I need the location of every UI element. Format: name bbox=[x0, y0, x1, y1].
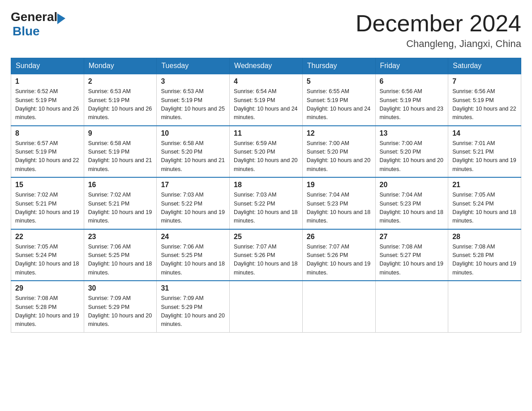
weekday-header-sunday: Sunday bbox=[11, 58, 84, 74]
day-number: 11 bbox=[234, 129, 298, 137]
day-info: Sunrise: 7:09 AMSunset: 5:29 PMDaylight:… bbox=[88, 294, 153, 329]
location-text: Changleng, Jiangxi, China bbox=[356, 38, 521, 50]
logo-general-text: General bbox=[11, 11, 57, 23]
day-info: Sunrise: 6:54 AMSunset: 5:19 PMDaylight:… bbox=[234, 87, 298, 122]
day-info: Sunrise: 7:00 AMSunset: 5:20 PMDaylight:… bbox=[380, 139, 444, 174]
day-info: Sunrise: 6:56 AMSunset: 5:19 PMDaylight:… bbox=[452, 87, 517, 122]
day-info: Sunrise: 7:05 AMSunset: 5:24 PMDaylight:… bbox=[452, 191, 517, 226]
day-info: Sunrise: 6:52 AMSunset: 5:19 PMDaylight:… bbox=[15, 87, 80, 122]
day-info: Sunrise: 7:04 AMSunset: 5:23 PMDaylight:… bbox=[307, 191, 371, 226]
day-number: 18 bbox=[234, 181, 298, 189]
calendar-day-cell: 16Sunrise: 7:02 AMSunset: 5:21 PMDayligh… bbox=[84, 177, 157, 229]
logo-flag-icon bbox=[57, 13, 67, 24]
calendar-day-cell: 11Sunrise: 6:59 AMSunset: 5:20 PMDayligh… bbox=[230, 126, 303, 178]
day-info: Sunrise: 7:08 AMSunset: 5:28 PMDaylight:… bbox=[452, 243, 517, 278]
calendar-day-cell: 12Sunrise: 7:00 AMSunset: 5:20 PMDayligh… bbox=[302, 126, 375, 178]
day-number: 24 bbox=[161, 233, 225, 241]
calendar-day-cell: 20Sunrise: 7:04 AMSunset: 5:23 PMDayligh… bbox=[375, 177, 448, 229]
day-number: 29 bbox=[15, 284, 80, 292]
day-info: Sunrise: 7:03 AMSunset: 5:22 PMDaylight:… bbox=[234, 191, 298, 226]
day-info: Sunrise: 6:58 AMSunset: 5:20 PMDaylight:… bbox=[161, 139, 225, 174]
day-number: 12 bbox=[307, 129, 371, 137]
calendar-day-cell: 14Sunrise: 7:01 AMSunset: 5:21 PMDayligh… bbox=[448, 126, 521, 178]
calendar-day-cell: 13Sunrise: 7:00 AMSunset: 5:20 PMDayligh… bbox=[375, 126, 448, 178]
day-number: 16 bbox=[88, 181, 153, 189]
logo-blue-text: Blue bbox=[11, 24, 40, 39]
day-number: 1 bbox=[15, 77, 80, 86]
calendar-day-cell: 1Sunrise: 6:52 AMSunset: 5:19 PMDaylight… bbox=[11, 74, 84, 126]
calendar-day-cell: 25Sunrise: 7:07 AMSunset: 5:26 PMDayligh… bbox=[230, 229, 303, 281]
calendar-day-cell: 4Sunrise: 6:54 AMSunset: 5:19 PMDaylight… bbox=[230, 74, 303, 126]
day-number: 17 bbox=[161, 181, 225, 189]
day-info: Sunrise: 7:09 AMSunset: 5:29 PMDaylight:… bbox=[161, 294, 225, 329]
day-info: Sunrise: 6:53 AMSunset: 5:19 PMDaylight:… bbox=[88, 87, 153, 122]
day-info: Sunrise: 7:03 AMSunset: 5:22 PMDaylight:… bbox=[161, 191, 225, 226]
day-number: 14 bbox=[452, 129, 517, 137]
day-number: 7 bbox=[452, 77, 517, 86]
day-info: Sunrise: 6:56 AMSunset: 5:19 PMDaylight:… bbox=[380, 87, 444, 122]
weekday-header-tuesday: Tuesday bbox=[157, 58, 230, 74]
svg-marker-0 bbox=[57, 13, 65, 24]
calendar-day-cell: 29Sunrise: 7:08 AMSunset: 5:28 PMDayligh… bbox=[11, 281, 84, 332]
day-number: 8 bbox=[15, 129, 80, 137]
calendar-day-cell: 7Sunrise: 6:56 AMSunset: 5:19 PMDaylight… bbox=[448, 74, 521, 126]
day-number: 27 bbox=[380, 233, 444, 241]
day-info: Sunrise: 6:57 AMSunset: 5:19 PMDaylight:… bbox=[15, 139, 80, 174]
day-number: 6 bbox=[380, 77, 444, 86]
calendar-day-cell: 15Sunrise: 7:02 AMSunset: 5:21 PMDayligh… bbox=[11, 177, 84, 229]
day-number: 21 bbox=[452, 181, 517, 189]
weekday-header-monday: Monday bbox=[84, 58, 157, 74]
day-number: 25 bbox=[234, 233, 298, 241]
calendar-day-cell: 18Sunrise: 7:03 AMSunset: 5:22 PMDayligh… bbox=[230, 177, 303, 229]
day-info: Sunrise: 7:08 AMSunset: 5:27 PMDaylight:… bbox=[380, 243, 444, 278]
empty-cell bbox=[448, 281, 521, 332]
calendar-day-cell: 22Sunrise: 7:05 AMSunset: 5:24 PMDayligh… bbox=[11, 229, 84, 281]
calendar-day-cell: 21Sunrise: 7:05 AMSunset: 5:24 PMDayligh… bbox=[448, 177, 521, 229]
month-title: December 2024 bbox=[356, 11, 521, 36]
calendar-header-row: SundayMondayTuesdayWednesdayThursdayFrid… bbox=[11, 58, 521, 74]
day-info: Sunrise: 6:53 AMSunset: 5:19 PMDaylight:… bbox=[161, 87, 225, 122]
day-info: Sunrise: 7:00 AMSunset: 5:20 PMDaylight:… bbox=[307, 139, 371, 174]
empty-cell bbox=[230, 281, 303, 332]
calendar-day-cell: 2Sunrise: 6:53 AMSunset: 5:19 PMDaylight… bbox=[84, 74, 157, 126]
calendar-day-cell: 23Sunrise: 7:06 AMSunset: 5:25 PMDayligh… bbox=[84, 229, 157, 281]
title-area: December 2024 Changleng, Jiangxi, China bbox=[356, 11, 521, 50]
day-number: 22 bbox=[15, 233, 80, 241]
calendar-week-row: 29Sunrise: 7:08 AMSunset: 5:28 PMDayligh… bbox=[11, 281, 521, 332]
day-number: 19 bbox=[307, 181, 371, 189]
day-number: 30 bbox=[88, 284, 153, 292]
calendar-day-cell: 8Sunrise: 6:57 AMSunset: 5:19 PMDaylight… bbox=[11, 126, 84, 178]
day-info: Sunrise: 7:05 AMSunset: 5:24 PMDaylight:… bbox=[15, 243, 80, 278]
calendar-day-cell: 6Sunrise: 6:56 AMSunset: 5:19 PMDaylight… bbox=[375, 74, 448, 126]
day-number: 26 bbox=[307, 233, 371, 241]
day-number: 5 bbox=[307, 77, 371, 86]
calendar-day-cell: 19Sunrise: 7:04 AMSunset: 5:23 PMDayligh… bbox=[302, 177, 375, 229]
calendar-day-cell: 5Sunrise: 6:55 AMSunset: 5:19 PMDaylight… bbox=[302, 74, 375, 126]
day-number: 13 bbox=[380, 129, 444, 137]
day-number: 20 bbox=[380, 181, 444, 189]
weekday-header-friday: Friday bbox=[375, 58, 448, 74]
day-info: Sunrise: 7:01 AMSunset: 5:21 PMDaylight:… bbox=[452, 139, 517, 174]
empty-cell bbox=[302, 281, 375, 332]
calendar-day-cell: 30Sunrise: 7:09 AMSunset: 5:29 PMDayligh… bbox=[84, 281, 157, 332]
day-info: Sunrise: 7:07 AMSunset: 5:26 PMDaylight:… bbox=[307, 243, 371, 278]
day-number: 15 bbox=[15, 181, 80, 189]
calendar-day-cell: 3Sunrise: 6:53 AMSunset: 5:19 PMDaylight… bbox=[157, 74, 230, 126]
day-info: Sunrise: 6:55 AMSunset: 5:19 PMDaylight:… bbox=[307, 87, 371, 122]
calendar-week-row: 22Sunrise: 7:05 AMSunset: 5:24 PMDayligh… bbox=[11, 229, 521, 281]
day-number: 31 bbox=[161, 284, 225, 292]
weekday-header-thursday: Thursday bbox=[302, 58, 375, 74]
day-info: Sunrise: 6:58 AMSunset: 5:19 PMDaylight:… bbox=[88, 139, 153, 174]
logo: General Blue bbox=[11, 11, 67, 39]
day-info: Sunrise: 7:08 AMSunset: 5:28 PMDaylight:… bbox=[15, 294, 80, 329]
weekday-header-saturday: Saturday bbox=[448, 58, 521, 74]
day-info: Sunrise: 7:02 AMSunset: 5:21 PMDaylight:… bbox=[88, 191, 153, 226]
calendar-day-cell: 9Sunrise: 6:58 AMSunset: 5:19 PMDaylight… bbox=[84, 126, 157, 178]
calendar-day-cell: 17Sunrise: 7:03 AMSunset: 5:22 PMDayligh… bbox=[157, 177, 230, 229]
calendar-day-cell: 24Sunrise: 7:06 AMSunset: 5:25 PMDayligh… bbox=[157, 229, 230, 281]
calendar-day-cell: 10Sunrise: 6:58 AMSunset: 5:20 PMDayligh… bbox=[157, 126, 230, 178]
day-number: 23 bbox=[88, 233, 153, 241]
calendar-table: SundayMondayTuesdayWednesdayThursdayFrid… bbox=[11, 58, 521, 333]
day-info: Sunrise: 7:06 AMSunset: 5:25 PMDaylight:… bbox=[88, 243, 153, 278]
day-info: Sunrise: 7:02 AMSunset: 5:21 PMDaylight:… bbox=[15, 191, 80, 226]
